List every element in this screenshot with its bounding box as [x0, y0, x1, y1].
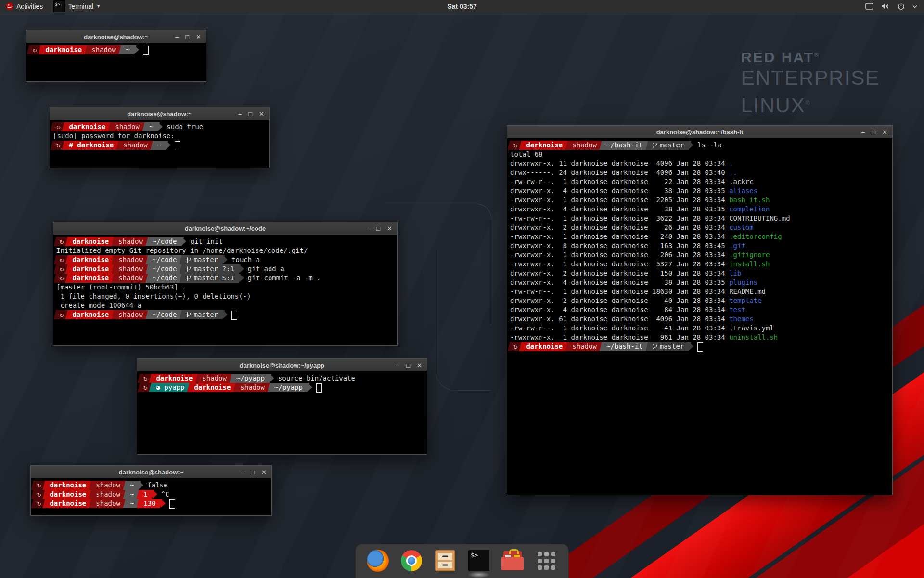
files-icon: [435, 550, 455, 571]
maximize-button[interactable]: □: [248, 111, 252, 117]
minimize-button[interactable]: –: [396, 362, 399, 368]
exec-name: .gitignore: [729, 251, 770, 259]
dir-name: .: [729, 159, 733, 167]
maximize-button[interactable]: □: [872, 129, 875, 135]
window-titlebar[interactable]: darknoise@shadow:~/code –□✕: [53, 222, 397, 235]
branch-icon: [186, 257, 192, 263]
git-branch-segment: master: [648, 141, 689, 150]
window-titlebar[interactable]: darknoise@shadow:~/bash-it –□✕: [507, 126, 892, 139]
output-text: [master (root-commit) 50bcb63] .: [56, 283, 186, 291]
terminal-line: -rw-rw-r--. 1 darknoise darknoise 22 Jan…: [510, 177, 889, 186]
clock[interactable]: Sat 03:57: [447, 2, 476, 10]
dir-name: .git: [729, 242, 745, 250]
terminal-body[interactable]: ↻darknoiseshadow~/pyappsource bin/activa…: [137, 371, 427, 454]
path-segment: ~: [126, 490, 138, 499]
system-status-area[interactable]: [865, 3, 924, 10]
terminal-window: darknoise@shadow:~ –□✕ ↻darknoiseshadow~: [26, 30, 206, 82]
terminal-body[interactable]: ↻darknoiseshadow~false↻darknoiseshadow~1…: [31, 478, 271, 515]
maximize-button[interactable]: □: [251, 469, 255, 475]
prompt-arrow: [153, 490, 157, 499]
user-segment: darknoise: [68, 237, 113, 246]
user-segment: darknoise: [64, 122, 110, 131]
minimize-button[interactable]: –: [241, 469, 244, 475]
terminal-body[interactable]: ↻darknoiseshadow~/codegit initInitialize…: [53, 235, 397, 345]
chevron-down-icon: ▼: [96, 4, 101, 9]
close-button[interactable]: ✕: [196, 34, 201, 40]
window-title: darknoise@shadow:~/bash-it: [656, 129, 744, 136]
firefox-icon: [367, 550, 389, 572]
activities-label: Activities: [16, 2, 43, 10]
terminal-body[interactable]: ↻darknoiseshadow~/bash-itmasterls -latot…: [507, 138, 892, 495]
terminal-cursor: [175, 141, 180, 150]
host-segment: shadow: [114, 255, 147, 264]
git-branch-segment: master: [182, 255, 222, 264]
close-button[interactable]: ✕: [387, 225, 392, 232]
branch-icon: [653, 343, 658, 350]
minimize-button[interactable]: –: [238, 111, 242, 117]
minimize-button[interactable]: –: [861, 129, 865, 135]
terminal-line: ↻darknoiseshadow~/codemastertouch a: [56, 255, 394, 264]
window-titlebar[interactable]: darknoise@shadow:~ –□✕: [50, 107, 269, 120]
command-text: git init: [190, 237, 222, 245]
terminal-line: ↻darknoiseshadow~/codemaster ?:1git add …: [56, 264, 394, 274]
close-button[interactable]: ✕: [417, 362, 422, 368]
registered-mark: ®: [814, 52, 820, 58]
host-segment: shadow: [114, 237, 147, 246]
dock-item-chrome[interactable]: [400, 549, 423, 572]
host-segment: shadow: [568, 141, 601, 150]
output-text: drwxrwxr-x. 61 darknoise darknoise 4096 …: [510, 315, 729, 323]
output-text: drwxrwxr-x. 2 darknoise darknoise 150 Ja…: [510, 269, 729, 277]
close-button[interactable]: ✕: [261, 469, 267, 475]
command-text: ^C: [161, 490, 169, 498]
output-text: Initialized empty Git repository in /hom…: [56, 247, 308, 254]
terminal-line: drwxrwxr-x. 4 darknoise darknoise 38 Jan…: [510, 278, 889, 287]
terminal-line: drwxrwxr-x. 61 darknoise darknoise 4096 …: [510, 315, 889, 324]
close-button[interactable]: ✕: [259, 111, 264, 117]
terminal-line: -rw-rw-r--. 1 darknoise darknoise 3622 J…: [510, 214, 889, 223]
window-titlebar[interactable]: darknoise@shadow:~ –□✕: [26, 30, 206, 43]
output-text: -rw-rw-r--. 1 darknoise darknoise 3622 J…: [510, 214, 729, 222]
brand-line-linux: LINUX: [741, 94, 806, 117]
terminal-cursor: [169, 499, 175, 509]
path-segment: ~: [121, 45, 134, 54]
terminal-window: darknoise@shadow:~/pyapp –□✕ ↻darknoises…: [137, 358, 427, 455]
user-segment: darknoise: [45, 499, 90, 508]
branch-icon: [186, 312, 192, 318]
host-segment: shadow: [198, 374, 231, 383]
prompt-arrow: [158, 122, 163, 131]
maximize-button[interactable]: □: [406, 362, 410, 368]
command-text: false: [147, 481, 167, 489]
dock-item-app-grid[interactable]: [535, 549, 558, 572]
host-segment: shadow: [91, 481, 125, 490]
user-segment: darknoise: [45, 490, 90, 499]
user-segment: # darknoise: [64, 141, 118, 150]
minimize-button[interactable]: –: [175, 34, 179, 40]
prompt-arrow: [134, 45, 139, 54]
terminal-app-icon: $>: [53, 0, 65, 12]
terminal-body[interactable]: ↻darknoiseshadow~sudo true[sudo] passwor…: [50, 120, 269, 168]
activities-button[interactable]: Activities: [0, 0, 49, 13]
window-titlebar[interactable]: darknoise@shadow:~/pyapp –□✕: [137, 359, 427, 372]
exec-name: .editorconfig: [729, 233, 782, 240]
command-text: git commit -a -m .: [248, 274, 321, 282]
chevron-down-icon: [912, 5, 917, 8]
app-menu-button[interactable]: $> Terminal ▼: [49, 0, 105, 13]
dock-item-terminal[interactable]: $>: [467, 549, 490, 572]
minimize-button[interactable]: –: [366, 225, 370, 232]
terminal-body[interactable]: ↻darknoiseshadow~: [26, 43, 206, 81]
terminal-line: -rwxrwxr-x. 1 darknoise darknoise 2205 J…: [510, 196, 889, 205]
dock-item-firefox[interactable]: [366, 549, 389, 572]
exec-name: uninstall.sh: [729, 333, 778, 341]
volume-icon: [881, 3, 890, 10]
terminal-line: drwxrwxr-x. 8 darknoise darknoise 163 Ja…: [510, 241, 889, 250]
maximize-button[interactable]: □: [376, 225, 380, 232]
window-titlebar[interactable]: darknoise@shadow:~ –□✕: [31, 466, 271, 479]
prompt-arrow: [223, 310, 228, 319]
dock-item-files[interactable]: [434, 549, 457, 572]
close-button[interactable]: ✕: [882, 129, 887, 135]
dock-item-toolbox[interactable]: [501, 549, 524, 572]
maximize-button[interactable]: □: [185, 34, 189, 40]
host-segment: shadow: [87, 45, 120, 54]
output-text: -rw-rw-r--. 1 darknoise darknoise 41 Jan…: [510, 324, 729, 332]
prompt-arrow: [181, 237, 186, 246]
